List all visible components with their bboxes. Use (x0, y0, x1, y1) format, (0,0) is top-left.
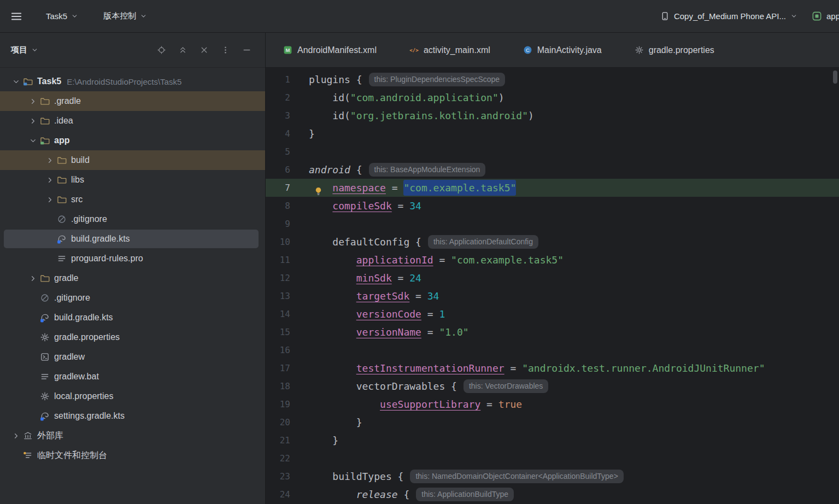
chevron-down-icon[interactable] (9, 77, 23, 86)
line-number[interactable]: 21 (266, 431, 309, 449)
tree-item[interactable]: gradle (0, 268, 265, 288)
code-line[interactable]: 21 } (266, 431, 839, 449)
inlay-hint: this: VectorDrawables (463, 379, 548, 393)
editor-tab[interactable]: MAndroidManifest.xml (267, 33, 393, 67)
intention-bulb-icon[interactable] (314, 183, 323, 192)
code-line[interactable]: 4} (266, 125, 839, 143)
code-line[interactable]: 10 defaultConfig {this: ApplicationDefau… (266, 233, 839, 251)
chevron-right-icon[interactable] (9, 431, 23, 440)
hide-icon[interactable] (242, 45, 251, 55)
line-number[interactable]: 17 (266, 359, 309, 377)
line-number[interactable]: 24 (266, 485, 309, 503)
vcs-widget[interactable]: 版本控制 (98, 7, 152, 25)
line-number[interactable]: 12 (266, 269, 309, 287)
project-widget-label: Task5 (46, 11, 67, 21)
tree-item[interactable]: gradle.properties (0, 327, 265, 347)
line-number[interactable]: 18 (266, 377, 309, 395)
line-number[interactable]: 23 (266, 467, 309, 485)
tree-item[interactable]: settings.gradle.kts (0, 406, 265, 426)
code-line[interactable]: 3 id("org.jetbrains.kotlin.android") (266, 107, 839, 125)
editor-tab[interactable]: CMainActivity.java (507, 33, 618, 67)
tree-item[interactable]: src (0, 190, 265, 209)
code-line[interactable]: 14 versionCode = 1 (266, 305, 839, 323)
chevron-down-icon (71, 13, 78, 20)
tree-item[interactable]: Task5E:\AndroidStudioProjects\Task5 (0, 72, 265, 91)
code-text: namespace = "com.example.task5" (309, 179, 839, 197)
chevron-right-icon[interactable] (26, 116, 40, 125)
line-number[interactable]: 11 (266, 251, 309, 269)
chevron-right-icon[interactable] (26, 97, 40, 106)
chevron-right-icon[interactable] (43, 175, 57, 184)
code-line[interactable]: 6android {this: BaseAppModuleExtension (266, 161, 839, 179)
line-number[interactable]: 3 (266, 107, 309, 125)
code-line[interactable]: 2 id("com.android.application") (266, 89, 839, 107)
code-line[interactable]: 15 versionName = "1.0" (266, 323, 839, 341)
chevron-right-icon[interactable] (26, 274, 40, 283)
line-number[interactable]: 6 (266, 161, 309, 179)
line-number[interactable]: 14 (266, 305, 309, 323)
tree-item[interactable]: .gitignore (0, 288, 265, 308)
device-selector[interactable]: Copy_of_Medium Phone API... (660, 11, 797, 21)
project-widget[interactable]: Task5 (40, 8, 84, 25)
tree-item[interactable]: .gitignore (0, 209, 265, 229)
code-line[interactable]: 13 targetSdk = 34 (266, 287, 839, 305)
tree-item[interactable]: app (0, 131, 265, 150)
tree-item[interactable]: local.properties (0, 386, 265, 406)
code-line[interactable]: 9 (266, 215, 839, 233)
line-number[interactable]: 22 (266, 449, 309, 467)
close-icon[interactable] (200, 45, 209, 55)
tree-item[interactable]: .gradle (0, 91, 265, 111)
code-line[interactable]: 17 testInstrumentationRunner = "androidx… (266, 359, 839, 377)
code-line[interactable]: 8 compileSdk = 34 (266, 197, 839, 215)
code-line[interactable]: 11 applicationId = "com.example.task5" (266, 251, 839, 269)
chevron-right-icon[interactable] (43, 195, 57, 204)
tree-item[interactable]: libs (0, 170, 265, 190)
code-line[interactable]: 20 } (266, 413, 839, 431)
code-line[interactable]: 5 (266, 143, 839, 161)
code-editor[interactable]: 1plugins {this: PluginDependenciesSpecSc… (266, 68, 839, 504)
code-line[interactable]: 16 (266, 341, 839, 359)
line-number[interactable]: 7 (266, 179, 309, 197)
project-view-selector[interactable]: 项目 (11, 45, 38, 55)
line-number[interactable]: 15 (266, 323, 309, 341)
editor-tab[interactable]: gradle.properties (618, 33, 731, 67)
line-number[interactable]: 1 (266, 71, 309, 89)
more-icon[interactable] (221, 45, 230, 55)
tree-item[interactable]: build.gradle.kts (0, 229, 265, 249)
code-line[interactable]: 1plugins {this: PluginDependenciesSpecSc… (266, 71, 839, 89)
line-number[interactable]: 20 (266, 413, 309, 431)
chevron-right-icon[interactable] (43, 156, 57, 165)
line-number[interactable]: 8 (266, 197, 309, 215)
code-line[interactable]: 24 release {this: ApplicationBuildType (266, 485, 839, 503)
collapse-all-icon[interactable] (178, 45, 187, 55)
target-icon[interactable] (157, 45, 166, 55)
code-line[interactable]: 23 buildTypes {this: NamedDomainObjectCo… (266, 467, 839, 485)
code-line[interactable]: 19 useSupportLibrary = true (266, 395, 839, 413)
tree-item[interactable]: 外部库 (0, 426, 265, 446)
tree-item[interactable]: gradlew.bat (0, 367, 265, 386)
code-line[interactable]: 22 (266, 449, 839, 467)
line-number[interactable]: 13 (266, 287, 309, 305)
line-number[interactable]: 2 (266, 89, 309, 107)
code-line[interactable]: 7 namespace = "com.example.task5" (266, 179, 839, 197)
tree-item[interactable]: gradlew (0, 347, 265, 367)
main-menu-button[interactable] (7, 7, 26, 26)
tree-item[interactable]: build (0, 150, 265, 170)
line-number[interactable]: 16 (266, 341, 309, 359)
tree-item[interactable]: build.gradle.kts (0, 308, 265, 327)
tree-item[interactable]: .idea (0, 111, 265, 131)
chevron-down-icon[interactable] (26, 136, 40, 145)
line-number[interactable]: 5 (266, 143, 309, 161)
tree-item[interactable]: proguard-rules.pro (0, 249, 265, 268)
line-number[interactable]: 10 (266, 233, 309, 251)
run-configuration[interactable]: app (812, 11, 839, 21)
tree-item-label: build.gradle.kts (54, 313, 113, 323)
code-line[interactable]: 18 vectorDrawables {this: VectorDrawable… (266, 377, 839, 395)
editor-tab[interactable]: </>activity_main.xml (393, 33, 507, 67)
line-number[interactable]: 19 (266, 395, 309, 413)
line-number[interactable]: 9 (266, 215, 309, 233)
line-number[interactable]: 4 (266, 125, 309, 143)
code-line[interactable]: 12 minSdk = 24 (266, 269, 839, 287)
tree-item[interactable]: 临时文件和控制台 (0, 446, 265, 465)
code-text: targetSdk = 34 (309, 287, 839, 305)
